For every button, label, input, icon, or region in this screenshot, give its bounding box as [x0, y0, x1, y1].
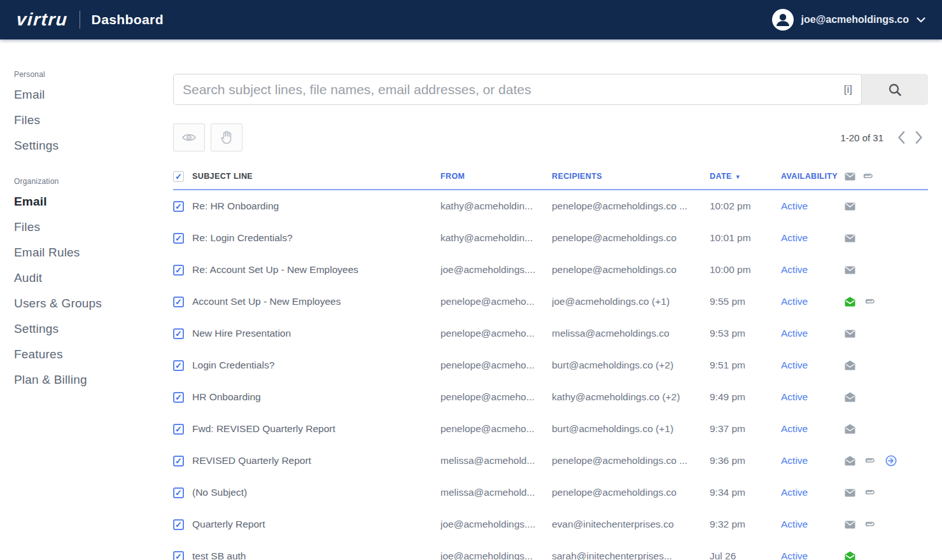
table-row[interactable]: ✓ REVISED Quarterly Report melissa@acmeh… — [173, 445, 928, 477]
table-row[interactable]: ✓ Fwd: REVISED Quarterly Report penelope… — [173, 413, 928, 445]
table-row[interactable]: ✓ (No Subject) melissa@acmehold... penel… — [173, 477, 928, 508]
row-checkbox[interactable]: ✓ — [173, 424, 184, 435]
row-availability-link[interactable]: Active — [781, 200, 808, 211]
row-checkbox[interactable]: ✓ — [173, 551, 184, 560]
sidebar-item-email-rules[interactable]: Email Rules — [14, 246, 173, 260]
search-field: [i] — [173, 74, 862, 105]
row-status-icons — [845, 424, 928, 434]
row-subject: REVISED Quarterly Report — [192, 455, 440, 466]
sidebar-item-files[interactable]: Files — [14, 220, 173, 234]
search-input[interactable] — [183, 82, 838, 97]
row-date: 10:00 pm — [710, 264, 781, 276]
check-icon: ✓ — [175, 489, 182, 497]
view-button[interactable] — [173, 123, 205, 151]
sort-desc-icon: ▼ — [735, 174, 741, 180]
row-subject: HR Onboarding — [192, 391, 440, 403]
user-avatar-icon — [772, 9, 794, 31]
table-row[interactable]: ✓ Re: Login Credentials? kathy@acmeholdi… — [173, 222, 928, 254]
table-row[interactable]: ✓ Re: HR Onboarding kathy@acmeholdin... … — [173, 190, 928, 222]
row-availability-link[interactable]: Active — [781, 519, 808, 529]
row-recipients: kathy@acmeholdings.co (+2) — [552, 391, 710, 403]
envelope-open-green-icon — [845, 551, 855, 560]
envelope-open-slot — [845, 392, 865, 402]
row-date: 9:37 pm — [710, 423, 781, 435]
table-row[interactable]: ✓ test SB auth joe@acmeholdings... sarah… — [173, 540, 928, 560]
forward-circle-icon — [885, 455, 897, 466]
row-checkbox[interactable]: ✓ — [173, 328, 184, 339]
envelope-closed-slot — [845, 330, 865, 338]
header-from[interactable]: FROM — [440, 172, 552, 181]
next-page-button[interactable] — [910, 128, 928, 147]
row-checkbox[interactable]: ✓ — [173, 392, 184, 403]
row-from: melissa@acmehold... — [440, 455, 552, 466]
row-date: 9:49 pm — [710, 391, 781, 403]
envelope-closed-icon — [845, 234, 855, 242]
row-checkbox[interactable]: ✓ — [173, 487, 184, 498]
sidebar-item-files[interactable]: Files — [14, 113, 173, 127]
sidebar-item-plan-billing[interactable]: Plan & Billing — [14, 373, 173, 387]
row-from: penelope@acmeho... — [440, 360, 552, 371]
row-availability-link[interactable]: Active — [781, 360, 808, 370]
table-row[interactable]: ✓ New Hire Presentation penelope@acmeho.… — [173, 318, 928, 349]
header-date[interactable]: DATE▼ — [710, 172, 781, 181]
row-subject: Account Set Up - New Employees — [192, 296, 440, 307]
table-row[interactable]: ✓ Quarterly Report joe@acmeholdings.... … — [173, 508, 928, 540]
header-recipients[interactable]: RECIPIENTS — [552, 172, 710, 181]
eye-icon — [181, 132, 197, 143]
header-subject-line[interactable]: SUBJECT LINE — [192, 172, 440, 181]
row-recipients: evan@initechenterprises.co — [552, 519, 710, 530]
sidebar-item-email[interactable]: Email — [14, 88, 173, 102]
table-row[interactable]: ✓ Re: Account Set Up - New Employees joe… — [173, 254, 928, 286]
sidebar-section-label: Organization — [14, 177, 173, 186]
header-paperclip-icon — [863, 173, 875, 179]
search-info-icon[interactable]: [i] — [844, 83, 852, 96]
row-checkbox[interactable]: ✓ — [173, 297, 184, 307]
sidebar-item-email[interactable]: Email — [14, 195, 173, 209]
row-date: 9:34 pm — [710, 487, 781, 498]
table-row[interactable]: ✓ HR Onboarding penelope@acmeho... kathy… — [173, 381, 928, 413]
check-icon: ✓ — [175, 521, 182, 529]
sidebar-item-settings[interactable]: Settings — [14, 139, 173, 153]
row-checkbox[interactable]: ✓ — [173, 519, 184, 530]
row-availability-link[interactable]: Active — [781, 455, 808, 466]
sidebar-item-settings[interactable]: Settings — [14, 322, 173, 336]
top-navbar: virtru Dashboard joe@acmeholdings.co — [0, 0, 942, 39]
row-from: kathy@acmeholdin... — [440, 232, 552, 244]
row-availability-link[interactable]: Active — [781, 391, 808, 402]
check-icon: ✓ — [175, 172, 182, 181]
row-availability-link[interactable]: Active — [781, 264, 808, 275]
header-availability[interactable]: AVAILABILITY — [781, 172, 845, 181]
table-row[interactable]: ✓ Account Set Up - New Employees penelop… — [173, 286, 928, 318]
table-row[interactable]: ✓ Login Credentials? penelope@acmeho... … — [173, 349, 928, 381]
row-subject: Re: Account Set Up - New Employees — [192, 264, 440, 276]
row-checkbox[interactable]: ✓ — [173, 456, 184, 466]
row-status-icons — [845, 489, 928, 497]
row-availability-link[interactable]: Active — [781, 232, 808, 243]
row-checkbox[interactable]: ✓ — [173, 265, 184, 276]
row-availability-link[interactable]: Active — [781, 296, 808, 307]
row-checkbox[interactable]: ✓ — [173, 201, 184, 212]
row-availability-link[interactable]: Active — [781, 328, 808, 339]
sidebar-item-users-groups[interactable]: Users & Groups — [14, 297, 173, 311]
envelope-closed-slot — [845, 234, 865, 242]
row-from: penelope@acmeho... — [440, 296, 552, 307]
revoke-button[interactable] — [211, 123, 243, 151]
row-date: 9:36 pm — [710, 455, 781, 466]
user-account-menu[interactable]: joe@acmeholdings.co — [772, 9, 925, 31]
sidebar-item-audit[interactable]: Audit — [14, 271, 173, 285]
row-status-icons — [845, 392, 928, 402]
envelope-closed-icon — [845, 266, 855, 274]
row-from: joe@acmeholdings... — [440, 550, 552, 560]
paperclip-slot — [865, 489, 885, 496]
row-availability-link[interactable]: Active — [781, 423, 808, 434]
row-checkbox[interactable]: ✓ — [173, 360, 184, 371]
hand-icon — [220, 130, 233, 144]
row-availability-link[interactable]: Active — [781, 487, 808, 498]
row-checkbox[interactable]: ✓ — [173, 233, 184, 244]
sidebar-item-features[interactable]: Features — [14, 347, 173, 361]
search-button[interactable] — [862, 74, 928, 105]
row-availability-link[interactable]: Active — [781, 550, 808, 560]
select-all-checkbox[interactable]: ✓ — [173, 171, 184, 182]
prev-page-button[interactable] — [892, 128, 910, 147]
row-from: kathy@acmeholdin... — [440, 200, 552, 212]
